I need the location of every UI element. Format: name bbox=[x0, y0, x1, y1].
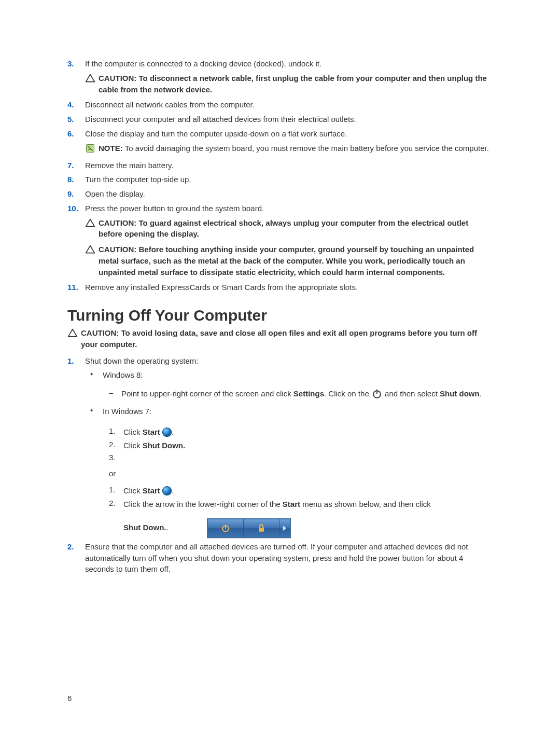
caution-callout: CAUTION: To guard against electrical sho… bbox=[85, 217, 493, 240]
inner-step-1a: 1. Click Start . bbox=[109, 426, 493, 438]
shutdown-bar-lock-icon bbox=[244, 519, 279, 537]
list-item-7: 7. Remove the main battery. bbox=[67, 160, 493, 171]
inner-num: 2. bbox=[109, 499, 123, 510]
list-item-10: 10. Press the power button to ground the… bbox=[67, 203, 493, 214]
list-number: 1. bbox=[67, 356, 85, 365]
or-label: or bbox=[109, 469, 493, 478]
list-item-shutdown-2: 2. Ensure that the computer and all atta… bbox=[67, 541, 493, 575]
list-number: 10. bbox=[67, 204, 85, 213]
note-body: To avoid damaging the system board, you … bbox=[125, 144, 489, 153]
inner-step-3a: 3. bbox=[109, 453, 493, 462]
bullet-text: In Windows 7: bbox=[103, 406, 493, 417]
inner-text bbox=[123, 453, 493, 462]
caution-icon bbox=[85, 217, 99, 240]
list-text: Open the display. bbox=[85, 188, 493, 200]
caution-icon bbox=[85, 73, 99, 95]
section-heading: Turning Off Your Computer bbox=[67, 307, 493, 324]
list-number: 2. bbox=[67, 542, 85, 551]
list-item-4: 4. Disconnect all network cables from th… bbox=[67, 99, 493, 111]
list-text: Disconnect your computer and all attache… bbox=[85, 114, 493, 125]
list-text: Remove the main battery. bbox=[85, 160, 493, 171]
list-item-6: 6. Close the display and turn the comput… bbox=[67, 128, 493, 140]
caution-label: CAUTION: bbox=[99, 245, 139, 254]
list-number: 4. bbox=[67, 100, 85, 109]
inner-step-2a: 2. Click Shut Down. bbox=[109, 440, 493, 451]
list-number: 11. bbox=[67, 283, 85, 292]
bullet-windows-8: • Windows 8: bbox=[90, 369, 493, 381]
list-text: If the computer is connected to a dockin… bbox=[85, 58, 493, 70]
list-number: 8. bbox=[67, 175, 85, 184]
shutdown-line: Shut Down.. bbox=[123, 518, 493, 538]
caution-icon bbox=[85, 244, 99, 278]
list-number: 6. bbox=[67, 129, 85, 138]
list-text: Ensure that the computer and all attache… bbox=[85, 541, 493, 575]
bullet-dot: • bbox=[90, 369, 103, 381]
list-item-8: 8. Turn the computer top-side up. bbox=[67, 174, 493, 185]
list-item-3: 3. If the computer is connected to a doc… bbox=[67, 58, 493, 70]
list-number: 5. bbox=[67, 115, 85, 123]
caution-text: CAUTION: Before touching anything inside… bbox=[99, 244, 493, 278]
list-text: Disconnect all network cables from the c… bbox=[85, 99, 493, 111]
caution-body: To guard against electrical shock, alway… bbox=[99, 218, 468, 239]
dash-char: – bbox=[109, 388, 121, 399]
shutdown-button-bar bbox=[207, 518, 291, 538]
list-text: Close the display and turn the computer … bbox=[85, 128, 493, 140]
list-item-9: 9. Open the display. bbox=[67, 188, 493, 200]
note-text: NOTE: To avoid damaging the system board… bbox=[99, 143, 493, 156]
power-icon bbox=[371, 389, 383, 398]
caution-body: To disconnect a network cable, first unp… bbox=[99, 74, 487, 94]
start-orb-icon bbox=[162, 486, 172, 495]
caution-body: Before touching anything inside your com… bbox=[99, 245, 474, 277]
shutdown-bar-power-icon bbox=[208, 519, 244, 537]
bullet-text: Windows 8: bbox=[103, 369, 493, 381]
caution-callout: CAUTION: To avoid losing data, save and … bbox=[67, 327, 493, 350]
bullet-windows-7: • In Windows 7: bbox=[90, 406, 493, 417]
list-text: Press the power button to ground the sys… bbox=[85, 203, 493, 214]
page-number: 6 bbox=[67, 694, 72, 702]
caution-label: CAUTION: bbox=[99, 218, 139, 227]
list-text: Turn the computer top-side up. bbox=[85, 174, 493, 185]
caution-text: CAUTION: To guard against electrical sho… bbox=[99, 217, 493, 240]
list-number: 3. bbox=[67, 59, 85, 68]
inner-num: 1. bbox=[109, 485, 123, 497]
inner-num: 1. bbox=[109, 426, 123, 438]
start-orb-icon bbox=[162, 428, 172, 437]
note-label: NOTE: bbox=[99, 144, 125, 153]
list-text: Shut down the operating system: bbox=[85, 355, 493, 367]
caution-icon bbox=[67, 327, 81, 350]
inner-text: Click Shut Down. bbox=[123, 440, 493, 451]
inner-step-1b: 1. Click Start . bbox=[109, 485, 493, 497]
note-icon bbox=[85, 143, 99, 156]
inner-text: Click Start . bbox=[123, 426, 493, 438]
dash-text: Point to upper-right corner of the scree… bbox=[121, 388, 493, 399]
inner-text: Click Start . bbox=[123, 485, 493, 497]
note-callout: NOTE: To avoid damaging the system board… bbox=[85, 143, 493, 156]
list-number: 9. bbox=[67, 189, 85, 198]
list-item-shutdown-1: 1. Shut down the operating system: bbox=[67, 355, 493, 367]
caution-label: CAUTION: bbox=[81, 328, 121, 337]
list-number: 7. bbox=[67, 161, 85, 170]
list-item-5: 5. Disconnect your computer and all atta… bbox=[67, 114, 493, 125]
list-text: Remove any installed ExpressCards or Sma… bbox=[85, 282, 493, 293]
inner-step-2b: 2. Click the arrow in the lower-right co… bbox=[109, 499, 493, 510]
caution-body: To avoid losing data, save and close all… bbox=[81, 328, 477, 349]
inner-num: 2. bbox=[109, 440, 123, 451]
caution-label: CAUTION: bbox=[99, 74, 139, 82]
list-item-11: 11. Remove any installed ExpressCards or… bbox=[67, 282, 493, 293]
caution-text: CAUTION: To disconnect a network cable, … bbox=[99, 73, 493, 95]
inner-num: 3. bbox=[109, 453, 123, 462]
bullet-dot: • bbox=[90, 406, 103, 417]
caution-text: CAUTION: To avoid losing data, save and … bbox=[81, 327, 493, 350]
inner-text: Click the arrow in the lower-right corne… bbox=[123, 499, 493, 510]
svg-rect-5 bbox=[259, 528, 264, 531]
shutdown-bar-arrow-icon bbox=[279, 519, 290, 537]
caution-callout: CAUTION: Before touching anything inside… bbox=[85, 244, 493, 278]
dash-item: – Point to upper-right corner of the scr… bbox=[109, 388, 493, 399]
caution-callout: CAUTION: To disconnect a network cable, … bbox=[85, 73, 493, 95]
